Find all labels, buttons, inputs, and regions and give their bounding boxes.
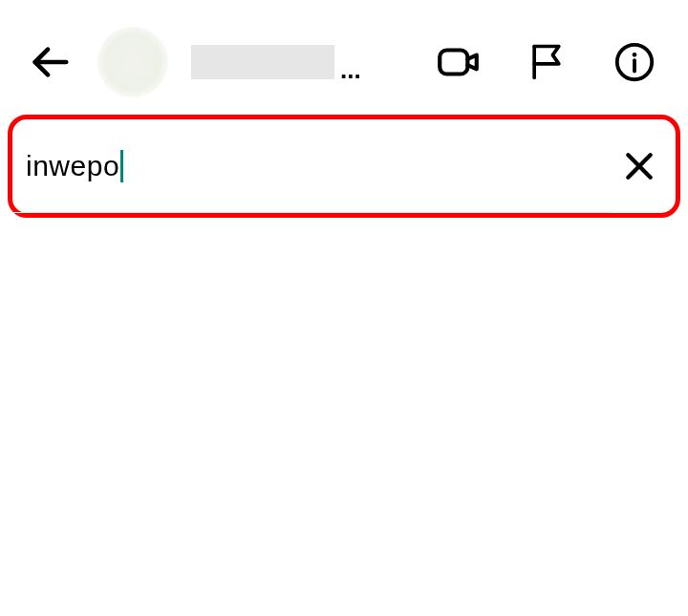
- text-caret: [120, 150, 123, 182]
- flag-button[interactable]: [520, 35, 573, 89]
- video-call-button[interactable]: [432, 35, 485, 89]
- username-redacted[interactable]: [191, 45, 334, 79]
- info-icon: [613, 40, 656, 84]
- close-icon: [620, 147, 658, 185]
- video-camera-icon: [435, 38, 483, 86]
- header-actions: [432, 35, 661, 89]
- svg-rect-1: [440, 51, 467, 74]
- back-button[interactable]: [27, 39, 73, 85]
- arrow-left-icon: [28, 40, 72, 84]
- chat-header: ...: [0, 0, 688, 115]
- search-bar-highlighted: inwepo: [8, 115, 680, 218]
- flag-icon: [526, 41, 568, 83]
- avatar[interactable]: [97, 27, 168, 97]
- clear-search-button[interactable]: [611, 138, 668, 195]
- info-button[interactable]: [608, 35, 661, 89]
- svg-point-4: [633, 53, 637, 57]
- more-dots: ...: [340, 55, 361, 85]
- search-input-value: inwepo: [26, 150, 119, 182]
- search-input[interactable]: inwepo: [12, 119, 611, 213]
